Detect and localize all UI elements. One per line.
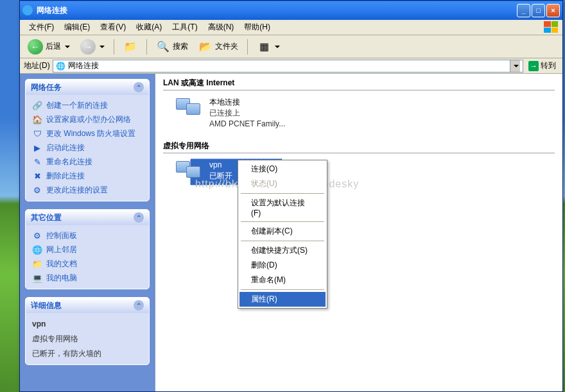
connection-lan[interactable]: 本地连接 已连接上 AMD PCNET Family... [155, 96, 562, 137]
menu-tools[interactable]: 工具(T) [167, 21, 202, 34]
menu-advanced[interactable]: 高级(N) [203, 21, 239, 34]
lan-detail: AMD PCNET Family... [209, 119, 285, 130]
task-change-settings[interactable]: ⚙更改此连接的设置 [32, 185, 143, 196]
ctx-properties[interactable]: 属性(R) [239, 292, 326, 307]
panel-header-details[interactable]: 详细信息 ⌃ [26, 298, 149, 313]
new-connection-icon: 🔗 [32, 100, 42, 110]
up-button[interactable]: 📁 [119, 37, 141, 56]
address-label: 地址(D) [24, 60, 50, 71]
address-icon: 🌐 [56, 62, 65, 71]
address-value: 网络连接 [68, 60, 99, 71]
ctx-separator [241, 289, 324, 290]
menubar: 文件(F) 编辑(E) 查看(V) 收藏(A) 工具(T) 高级(N) 帮助(H… [20, 20, 562, 35]
panel-header-other[interactable]: 其它位置 ⌃ [26, 210, 149, 225]
ctx-delete[interactable]: 删除(D) [239, 258, 326, 273]
menu-help[interactable]: 帮助(H) [239, 21, 275, 34]
back-button[interactable]: ← 后退 [24, 37, 74, 57]
search-icon: 🔍 [156, 40, 170, 54]
explorer-window: 网络连接 _ □ × 文件(F) 编辑(E) 查看(V) 收藏(A) 工具(T)… [19, 0, 563, 392]
detail-status: 已断开，有防火墙的 [32, 348, 143, 359]
vpn-connection-icon [175, 160, 205, 185]
detail-name: vpn [32, 318, 143, 330]
other-my-computer[interactable]: 💻我的电脑 [32, 273, 143, 284]
task-rename-connection[interactable]: ✎重命名此连接 [32, 157, 143, 167]
forward-button[interactable]: → [76, 37, 109, 57]
ctx-set-default[interactable]: 设置为默认连接(F) [239, 196, 326, 219]
main-view[interactable]: LAN 或高速 Internet 本地连接 已连接上 AMD PCNET Fam… [155, 74, 562, 391]
control-panel-icon: ⚙ [32, 230, 42, 241]
back-arrow-icon: ← [28, 39, 43, 55]
lan-status: 已连接上 [209, 108, 285, 119]
address-dropdown-button[interactable] [510, 60, 520, 72]
panel-title: 其它位置 [31, 212, 62, 223]
settings-icon: ⚙ [32, 185, 42, 195]
go-arrow-icon: → [528, 61, 539, 71]
close-button[interactable]: × [546, 4, 560, 17]
section-divider [163, 90, 555, 90]
panel-header-tasks[interactable]: 网络任务 ⌃ [26, 80, 149, 95]
lan-name: 本地连接 [209, 97, 285, 108]
delete-icon: ✖ [32, 171, 42, 181]
maximize-button[interactable]: □ [532, 4, 545, 17]
windows-logo-icon [541, 21, 561, 33]
task-setup-network[interactable]: 🏠设置家庭或小型办公网络 [32, 114, 143, 125]
section-vpn-header: 虚拟专用网络 [155, 137, 562, 153]
app-icon [22, 5, 33, 15]
task-new-connection[interactable]: 🔗创建一个新的连接 [32, 100, 143, 111]
views-icon: ▦ [257, 40, 271, 54]
sidebar: 网络任务 ⌃ 🔗创建一个新的连接 🏠设置家庭或小型办公网络 🛡更改 Window… [20, 74, 155, 391]
ctx-separator [241, 221, 324, 222]
ctx-connect[interactable]: 连接(O) [239, 162, 326, 176]
chevron-up-icon: ⌃ [134, 212, 144, 223]
folders-label: 文件夹 [215, 41, 238, 52]
other-control-panel[interactable]: ⚙控制面板 [32, 230, 143, 241]
toolbar-separator [146, 39, 147, 55]
context-menu: 连接(O) 状态(U) 设置为默认连接(F) 创建副本(C) 创建快捷方式(S)… [238, 160, 327, 309]
go-button[interactable]: → 转到 [526, 60, 559, 72]
views-dropdown-icon[interactable] [275, 46, 280, 48]
ctx-shortcut[interactable]: 创建快捷方式(S) [239, 243, 326, 258]
ctx-rename[interactable]: 重命名(M) [239, 273, 326, 287]
menu-edit[interactable]: 编辑(E) [59, 21, 95, 34]
window-controls: _ □ × [517, 4, 560, 17]
menu-file[interactable]: 文件(F) [24, 21, 59, 34]
ctx-separator [241, 241, 324, 241]
computer-icon: 💻 [32, 273, 42, 283]
task-delete-connection[interactable]: ✖删除此连接 [32, 171, 143, 182]
toolbar: ← 后退 → 📁 🔍 搜索 📂 文件夹 ▦ [20, 35, 562, 58]
documents-icon: 📁 [32, 259, 42, 269]
chevron-up-icon: ⌃ [134, 300, 144, 311]
task-firewall[interactable]: 🛡更改 Windows 防火墙设置 [32, 128, 143, 139]
search-label: 搜索 [173, 41, 188, 52]
forward-dropdown-icon[interactable] [100, 46, 105, 48]
section-lan-header: LAN 或高速 Internet [155, 74, 562, 90]
panel-network-tasks: 网络任务 ⌃ 🔗创建一个新的连接 🏠设置家庭或小型办公网络 🛡更改 Window… [25, 79, 150, 201]
search-button[interactable]: 🔍 搜索 [152, 37, 192, 56]
panel-details: 详细信息 ⌃ vpn 虚拟专用网络 已断开，有防火墙的 [25, 297, 150, 365]
back-label: 后退 [46, 41, 61, 52]
menu-favorites[interactable]: 收藏(A) [131, 21, 167, 34]
start-icon: ▶ [32, 142, 42, 153]
connection-vpn[interactable]: vpn 已断开 WAN 微型 [155, 158, 562, 200]
task-start-connection[interactable]: ▶启动此连接 [32, 142, 143, 153]
menu-view[interactable]: 查看(V) [95, 21, 131, 34]
chevron-up-icon: ⌃ [134, 82, 144, 92]
other-my-network[interactable]: 🌐网上邻居 [32, 244, 143, 255]
back-dropdown-icon[interactable] [65, 46, 70, 48]
panel-title: 详细信息 [31, 300, 62, 311]
network-places-icon: 🌐 [32, 244, 42, 255]
folders-button[interactable]: 📂 文件夹 [195, 37, 242, 56]
panel-other-places: 其它位置 ⌃ ⚙控制面板 🌐网上邻居 📁我的文档 💻我的电脑 [25, 209, 150, 289]
address-field[interactable]: 🌐 网络连接 [53, 60, 523, 72]
detail-type: 虚拟专用网络 [32, 333, 143, 345]
other-my-documents[interactable]: 📁我的文档 [32, 259, 143, 269]
minimize-button[interactable]: _ [517, 4, 530, 17]
up-folder-icon: 📁 [123, 40, 137, 54]
ctx-copy[interactable]: 创建副本(C) [239, 224, 326, 239]
views-button[interactable]: ▦ [253, 37, 284, 56]
firewall-icon: 🛡 [32, 128, 42, 139]
section-divider [163, 153, 555, 153]
lan-connection-icon [175, 97, 205, 123]
titlebar[interactable]: 网络连接 _ □ × [20, 1, 562, 20]
toolbar-separator [247, 39, 248, 55]
